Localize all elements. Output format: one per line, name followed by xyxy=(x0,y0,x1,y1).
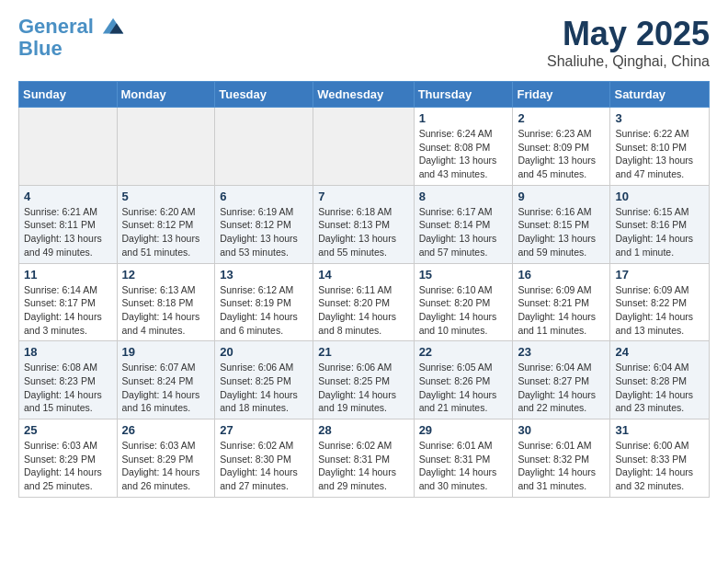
calendar-week-row: 18Sunrise: 6:08 AM Sunset: 8:23 PM Dayli… xyxy=(19,341,710,419)
day-number: 14 xyxy=(318,268,408,282)
day-number: 3 xyxy=(615,111,704,125)
calendar-cell: 24Sunrise: 6:04 AM Sunset: 8:28 PM Dayli… xyxy=(610,341,710,419)
day-info: Sunrise: 6:17 AM Sunset: 8:14 PM Dayligh… xyxy=(419,205,508,259)
calendar-cell: 1Sunrise: 6:24 AM Sunset: 8:08 PM Daylig… xyxy=(414,108,513,186)
calendar-cell: 16Sunrise: 6:09 AM Sunset: 8:21 PM Dayli… xyxy=(513,263,610,341)
title-block: May 2025 Shaliuhe, Qinghai, China xyxy=(547,15,710,70)
day-info: Sunrise: 6:24 AM Sunset: 8:08 PM Dayligh… xyxy=(419,127,508,181)
weekday-header: Wednesday xyxy=(313,82,414,108)
day-info: Sunrise: 6:18 AM Sunset: 8:13 PM Dayligh… xyxy=(318,205,408,259)
calendar-cell: 27Sunrise: 6:02 AM Sunset: 8:30 PM Dayli… xyxy=(215,419,313,498)
calendar-cell: 31Sunrise: 6:00 AM Sunset: 8:33 PM Dayli… xyxy=(610,419,710,498)
day-number: 5 xyxy=(122,190,210,203)
calendar-cell: 30Sunrise: 6:01 AM Sunset: 8:32 PM Dayli… xyxy=(513,419,610,498)
day-info: Sunrise: 6:00 AM Sunset: 8:33 PM Dayligh… xyxy=(615,439,704,493)
calendar-cell: 5Sunrise: 6:20 AM Sunset: 8:12 PM Daylig… xyxy=(117,185,215,263)
day-info: Sunrise: 6:13 AM Sunset: 8:18 PM Dayligh… xyxy=(122,283,210,338)
day-info: Sunrise: 6:09 AM Sunset: 8:22 PM Dayligh… xyxy=(615,283,704,338)
calendar-cell: 18Sunrise: 6:08 AM Sunset: 8:23 PM Dayli… xyxy=(19,341,118,419)
calendar-cell: 29Sunrise: 6:01 AM Sunset: 8:31 PM Dayli… xyxy=(414,419,513,498)
day-info: Sunrise: 6:03 AM Sunset: 8:29 PM Dayligh… xyxy=(24,439,112,493)
calendar-cell xyxy=(313,108,414,186)
day-info: Sunrise: 6:11 AM Sunset: 8:20 PM Dayligh… xyxy=(318,283,408,338)
day-number: 16 xyxy=(518,268,605,282)
day-number: 9 xyxy=(518,190,605,203)
day-number: 19 xyxy=(122,345,210,359)
logo-icon xyxy=(101,15,127,40)
calendar-cell: 4Sunrise: 6:21 AM Sunset: 8:11 PM Daylig… xyxy=(19,185,118,263)
day-number: 24 xyxy=(615,345,704,359)
day-number: 17 xyxy=(615,268,704,282)
calendar-cell: 8Sunrise: 6:17 AM Sunset: 8:14 PM Daylig… xyxy=(414,185,513,263)
day-info: Sunrise: 6:21 AM Sunset: 8:11 PM Dayligh… xyxy=(24,205,112,259)
page: General Blue May 2025 Shaliuhe, Qinghai,… xyxy=(0,0,728,512)
calendar-cell: 22Sunrise: 6:05 AM Sunset: 8:26 PM Dayli… xyxy=(414,341,513,419)
day-info: Sunrise: 6:06 AM Sunset: 8:25 PM Dayligh… xyxy=(318,361,408,415)
location-title: Shaliuhe, Qinghai, China xyxy=(547,53,710,70)
day-info: Sunrise: 6:02 AM Sunset: 8:31 PM Dayligh… xyxy=(318,439,408,493)
day-number: 31 xyxy=(615,423,704,437)
calendar-cell xyxy=(19,108,118,186)
day-number: 13 xyxy=(220,268,308,282)
day-number: 2 xyxy=(518,111,605,125)
weekday-header: Sunday xyxy=(19,82,118,108)
logo: General Blue xyxy=(18,15,127,61)
day-info: Sunrise: 6:15 AM Sunset: 8:16 PM Dayligh… xyxy=(615,205,704,259)
day-info: Sunrise: 6:19 AM Sunset: 8:12 PM Dayligh… xyxy=(220,205,308,259)
day-number: 20 xyxy=(220,345,308,359)
calendar-week-row: 25Sunrise: 6:03 AM Sunset: 8:29 PM Dayli… xyxy=(19,419,710,498)
calendar-cell: 26Sunrise: 6:03 AM Sunset: 8:29 PM Dayli… xyxy=(117,419,215,498)
day-info: Sunrise: 6:10 AM Sunset: 8:20 PM Dayligh… xyxy=(419,283,508,338)
calendar-cell: 10Sunrise: 6:15 AM Sunset: 8:16 PM Dayli… xyxy=(610,185,710,263)
day-number: 29 xyxy=(419,423,508,437)
calendar-cell: 14Sunrise: 6:11 AM Sunset: 8:20 PM Dayli… xyxy=(313,263,414,341)
day-number: 23 xyxy=(518,345,605,359)
day-info: Sunrise: 6:06 AM Sunset: 8:25 PM Dayligh… xyxy=(220,361,308,415)
calendar-cell: 28Sunrise: 6:02 AM Sunset: 8:31 PM Dayli… xyxy=(313,419,414,498)
day-info: Sunrise: 6:03 AM Sunset: 8:29 PM Dayligh… xyxy=(122,439,210,493)
weekday-header: Thursday xyxy=(414,82,513,108)
day-number: 26 xyxy=(122,423,210,437)
calendar-week-row: 4Sunrise: 6:21 AM Sunset: 8:11 PM Daylig… xyxy=(19,185,710,263)
day-info: Sunrise: 6:01 AM Sunset: 8:32 PM Dayligh… xyxy=(518,439,605,493)
calendar-cell: 9Sunrise: 6:16 AM Sunset: 8:15 PM Daylig… xyxy=(513,185,610,263)
day-info: Sunrise: 6:20 AM Sunset: 8:12 PM Dayligh… xyxy=(122,205,210,259)
day-info: Sunrise: 6:09 AM Sunset: 8:21 PM Dayligh… xyxy=(518,283,605,338)
day-info: Sunrise: 6:16 AM Sunset: 8:15 PM Dayligh… xyxy=(518,205,605,259)
calendar-header-row: SundayMondayTuesdayWednesdayThursdayFrid… xyxy=(19,82,710,108)
calendar-cell: 19Sunrise: 6:07 AM Sunset: 8:24 PM Dayli… xyxy=(117,341,215,419)
calendar-cell: 6Sunrise: 6:19 AM Sunset: 8:12 PM Daylig… xyxy=(215,185,313,263)
logo-general: General xyxy=(18,15,94,38)
calendar-cell: 11Sunrise: 6:14 AM Sunset: 8:17 PM Dayli… xyxy=(19,263,118,341)
day-info: Sunrise: 6:23 AM Sunset: 8:09 PM Dayligh… xyxy=(518,127,605,181)
calendar-cell: 12Sunrise: 6:13 AM Sunset: 8:18 PM Dayli… xyxy=(117,263,215,341)
calendar-cell xyxy=(117,108,215,186)
calendar-cell: 20Sunrise: 6:06 AM Sunset: 8:25 PM Dayli… xyxy=(215,341,313,419)
calendar-cell: 13Sunrise: 6:12 AM Sunset: 8:19 PM Dayli… xyxy=(215,263,313,341)
weekday-header: Tuesday xyxy=(215,82,313,108)
day-info: Sunrise: 6:22 AM Sunset: 8:10 PM Dayligh… xyxy=(615,127,704,181)
weekday-header: Friday xyxy=(513,82,610,108)
calendar-week-row: 1Sunrise: 6:24 AM Sunset: 8:08 PM Daylig… xyxy=(19,108,710,186)
weekday-header: Saturday xyxy=(610,82,710,108)
day-info: Sunrise: 6:01 AM Sunset: 8:31 PM Dayligh… xyxy=(419,439,508,493)
day-number: 27 xyxy=(220,423,308,437)
day-info: Sunrise: 6:07 AM Sunset: 8:24 PM Dayligh… xyxy=(122,361,210,415)
calendar: SundayMondayTuesdayWednesdayThursdayFrid… xyxy=(18,81,710,498)
day-info: Sunrise: 6:04 AM Sunset: 8:27 PM Dayligh… xyxy=(518,361,605,415)
day-info: Sunrise: 6:12 AM Sunset: 8:19 PM Dayligh… xyxy=(220,283,308,338)
day-number: 18 xyxy=(24,345,112,359)
header: General Blue May 2025 Shaliuhe, Qinghai,… xyxy=(18,15,710,70)
day-number: 21 xyxy=(318,345,408,359)
day-number: 6 xyxy=(220,190,308,203)
day-number: 11 xyxy=(24,268,112,282)
month-title: May 2025 xyxy=(547,15,710,53)
day-number: 15 xyxy=(419,268,508,282)
calendar-cell: 15Sunrise: 6:10 AM Sunset: 8:20 PM Dayli… xyxy=(414,263,513,341)
calendar-cell: 3Sunrise: 6:22 AM Sunset: 8:10 PM Daylig… xyxy=(610,108,710,186)
day-number: 25 xyxy=(24,423,112,437)
day-number: 8 xyxy=(419,190,508,203)
day-info: Sunrise: 6:02 AM Sunset: 8:30 PM Dayligh… xyxy=(220,439,308,493)
weekday-header: Monday xyxy=(117,82,215,108)
calendar-week-row: 11Sunrise: 6:14 AM Sunset: 8:17 PM Dayli… xyxy=(19,263,710,341)
